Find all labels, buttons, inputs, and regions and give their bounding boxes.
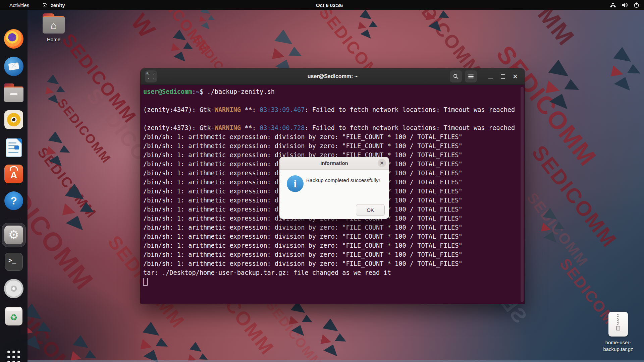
top-bar: Activities zenity Oct 6 03:36 [0,0,644,10]
new-tab-button[interactable] [145,70,157,82]
volume-icon[interactable] [622,2,628,8]
hamburger-menu-icon [468,74,474,78]
dock-item-thunderbird[interactable] [2,54,26,78]
trash-icon: ♻ [5,307,22,325]
terminal-line: /bin/sh: 1: arithmetic expression: divis… [143,242,525,251]
home-icon-label: Home [47,36,60,43]
minimize-button[interactable] [486,72,495,81]
desktop-icon-home[interactable]: ⌂ Home [34,16,74,43]
terminal-line: /bin/sh: 1: arithmetic expression: divis… [143,233,525,242]
menu-button[interactable] [465,70,477,82]
dock-item-terminal[interactable]: >_ [2,250,26,274]
home-folder-icon: ⌂ [43,16,65,34]
terminal-line: /bin/sh: 1: arithmetic expression: divis… [143,224,525,233]
search-button[interactable] [450,70,462,82]
terminal-line: /bin/sh: 1: arithmetic expression: divis… [143,251,525,260]
terminal-line: /bin/sh: 1: arithmetic expression: divis… [143,260,525,269]
active-app-highlight [2,223,26,247]
ubuntu-software-icon: A [4,165,23,183]
maximize-icon [501,74,505,79]
rhythmbox-icon [4,110,23,129]
dock-item-rhythmbox[interactable] [2,108,26,132]
terminal-line [143,115,525,124]
power-icon[interactable] [634,2,639,8]
triangle-cluster [177,342,214,362]
wallpaper-watermark: W [126,9,161,44]
dock-separator [6,218,21,218]
dock-item-ubuntu-software[interactable]: A [2,162,26,186]
network-wired-icon[interactable] [610,2,616,8]
minimize-icon [488,78,493,78]
new-tab-icon [148,74,154,79]
terminal-line: user@Sedicomm:~$ ./backup-zenity.sh [143,88,525,97]
dialog-body: i Backup completed successfully! OK [279,170,389,219]
app-indicator[interactable]: zenity [43,2,65,8]
dock-item-trash[interactable]: ♻ [2,304,26,328]
files-icon [4,86,23,102]
dialog-title: Information [320,160,348,166]
desktop-icon-archive[interactable]: home-user-backup.tar.gz [598,312,638,353]
clock[interactable]: Oct 6 03:36 [316,0,343,10]
dock: A ? ⚙ >_ ♻ [0,10,28,362]
terminal-line: (zenity:4347): Gtk-WARNING **: 03:33:09.… [143,106,525,115]
close-icon: ✕ [380,160,384,166]
ok-button[interactable]: OK [356,204,385,216]
thunderbird-icon [4,57,23,76]
firefox-icon [4,29,23,49]
terminal-line: /bin/sh: 1: arithmetic expression: divis… [143,142,525,152]
triangle-cluster [33,131,78,177]
dock-item-disc[interactable] [2,277,26,301]
close-button[interactable]: ✕ [511,72,520,81]
terminal-line: /bin/sh: 1: arithmetic expression: divis… [143,133,525,142]
dock-item-show-apps[interactable] [2,345,26,362]
dialog-message: Backup completed successfully! [306,177,380,183]
terminal-line [143,278,525,287]
activities-button[interactable]: Activities [7,2,31,8]
archive-file-icon [608,312,628,337]
terminal-cursor [143,278,148,286]
dialog-titlebar[interactable]: Information ✕ [279,157,389,170]
search-icon [453,74,459,79]
zenity-app-icon [43,2,48,8]
triangle-cluster [56,335,105,362]
dialog-close-button[interactable]: ✕ [378,159,386,167]
information-dialog: Information ✕ i Backup completed success… [279,157,389,219]
maximize-button[interactable] [498,72,507,81]
app-grid-icon [7,351,20,362]
close-icon: ✕ [513,73,518,80]
terminal-line: tar: ./Desktop/home-user-backup.tar.gz: … [143,269,525,278]
dock-item-help[interactable]: ? [2,189,26,213]
info-icon: i [287,175,304,192]
terminal-line [143,97,525,106]
help-icon: ? [4,191,23,210]
dock-item-writer[interactable] [2,136,26,160]
disc-icon [4,279,23,298]
triangle-cluster [594,47,644,104]
terminal-line: (zenity:4373): Gtk-WARNING **: 03:34:00.… [143,124,525,133]
terminal-scrollbar[interactable] [521,87,524,302]
terminal-titlebar[interactable]: user@Sedicomm: ~ ✕ [141,68,525,85]
dock-item-files[interactable] [2,81,26,105]
app-indicator-label: zenity [51,2,65,8]
libreoffice-writer-icon [6,138,22,157]
house-glyph-icon: ⌂ [51,20,57,31]
dock-item-firefox[interactable] [2,27,26,51]
archive-icon-label: home-user-backup.tar.gz [603,339,633,353]
dock-item-settings[interactable]: ⚙ [2,223,26,247]
terminal-icon: >_ [5,253,23,271]
wallpaper-horizon [28,360,644,362]
